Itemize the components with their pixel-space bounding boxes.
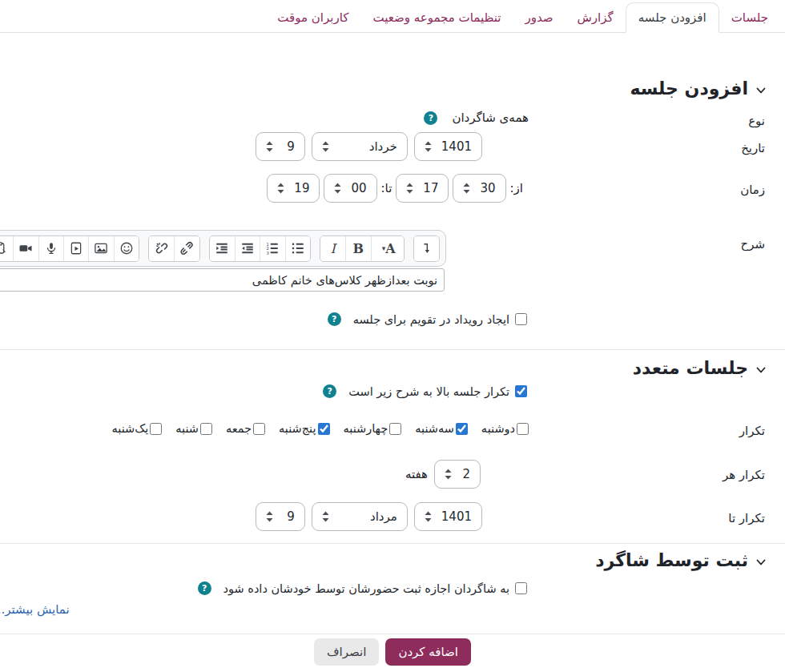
time-to-hour-select[interactable]: 19 <box>267 174 320 203</box>
editor-toolbar: 123 I B ▾ A <box>0 230 446 267</box>
ordered-list-icon[interactable]: 123 <box>260 236 284 261</box>
date-year-select[interactable]: 1401 <box>414 132 482 161</box>
weekday-row: دوشنبه سه‌شنبه چهارشنبه پنج‌شنبه جمعه شن… <box>112 422 529 435</box>
help-icon[interactable]: ? <box>198 581 211 595</box>
collapse-button-group <box>413 235 440 262</box>
outdent-icon[interactable] <box>235 236 260 261</box>
until-day-value: 9 <box>287 509 295 524</box>
repeat-every-unit: هفته <box>405 467 428 481</box>
weekday-tuesday: سه‌شنبه <box>415 422 468 435</box>
type-value: همه‌ی شاگردان <box>452 111 529 125</box>
repeat-until-row: 1401 مرداد 9 <box>256 502 482 531</box>
section-title-add-session: افزودن جلسه <box>630 78 748 99</box>
repeat-every-select[interactable]: 2 <box>434 460 481 489</box>
repeat-session-checkbox[interactable] <box>515 385 527 397</box>
time-label: زمان <box>740 183 765 197</box>
student-self-record-checkbox[interactable] <box>515 582 527 594</box>
weekday-checkbox[interactable] <box>456 423 468 435</box>
weekday-label: شنبه <box>175 422 199 435</box>
unlink-icon[interactable] <box>149 236 174 261</box>
tab-status-set-settings[interactable]: تنظیمات مجموعه وضعیت <box>360 3 513 32</box>
weekday-checkbox[interactable] <box>517 423 529 435</box>
chevron-down-icon <box>755 85 767 96</box>
time-to-minute-select[interactable]: 00 <box>324 174 376 203</box>
time-row: از: 30 17 تا: 00 19 <box>267 174 523 203</box>
repeat-every-row: 2 هفته <box>405 460 481 489</box>
add-button[interactable]: اضافه کردن <box>385 638 471 666</box>
repeat-every-value: 2 <box>462 467 470 481</box>
date-day-select[interactable]: 9 <box>256 132 305 161</box>
italic-button[interactable]: I <box>320 236 345 261</box>
tab-export[interactable]: صدور <box>513 3 565 32</box>
type-label: نوع <box>748 114 765 128</box>
time-from-label: از: <box>510 181 523 195</box>
section-heading-student-recording[interactable]: ثبت توسط شاگرد <box>595 550 767 570</box>
spinner-arrows-icon <box>463 183 470 194</box>
chevron-down-icon <box>755 364 767 376</box>
type-row: همه‌ی شاگردان ? <box>424 111 529 125</box>
microphone-icon[interactable] <box>38 236 63 261</box>
unordered-list-icon[interactable] <box>285 236 310 261</box>
link-button-group <box>148 235 200 262</box>
until-month-select[interactable]: مرداد <box>312 502 408 531</box>
section-title-multiple-sessions: جلسات متعدد <box>633 358 748 378</box>
media-file-icon[interactable] <box>63 236 88 261</box>
weekday-label: جمعه <box>226 422 252 435</box>
date-row: 1401 خرداد 9 <box>256 132 482 161</box>
attendance-add-session-page: جلسات افزودن جلسه گزارش صدور تنظیمات مجم… <box>0 0 785 672</box>
spinner-arrows-icon <box>334 183 341 194</box>
font-style-select-button[interactable]: ▾ A <box>371 236 404 261</box>
help-icon[interactable]: ? <box>323 384 336 398</box>
description-text: نوبت بعدازظهر کلاس‌های خانم کاظمی <box>252 274 437 287</box>
video-camera-icon[interactable] <box>13 236 38 261</box>
tab-add-session[interactable]: افزودن جلسه <box>626 2 719 33</box>
section-heading-add-session[interactable]: افزودن جلسه <box>630 78 767 99</box>
student-self-record-row: به شاگردان اجازه ثبت حضورشان توسط خودشان… <box>198 581 527 595</box>
until-year-select[interactable]: 1401 <box>414 502 482 531</box>
date-month-select[interactable]: خرداد <box>312 132 408 161</box>
weekday-label: چهارشنبه <box>344 422 388 435</box>
time-to-label: تا: <box>381 181 392 195</box>
student-self-record-label: به شاگردان اجازه ثبت حضورشان توسط خودشان… <box>223 582 509 595</box>
tab-report[interactable]: گزارش <box>566 3 626 32</box>
time-to-minute-value: 00 <box>351 181 366 195</box>
help-icon[interactable]: ? <box>424 111 437 125</box>
repeat-label: تکرار <box>739 424 765 438</box>
collapse-toolbar-icon[interactable] <box>414 236 439 261</box>
until-month-value: مرداد <box>370 509 397 524</box>
weekday-checkbox[interactable] <box>200 423 212 435</box>
calendar-event-checkbox[interactable] <box>515 313 527 325</box>
cancel-button[interactable]: انصراف <box>314 638 379 666</box>
link-icon[interactable] <box>174 236 199 261</box>
chevron-down-icon <box>755 557 767 568</box>
until-day-select[interactable]: 9 <box>256 502 305 531</box>
tab-sessions[interactable]: جلسات <box>719 3 780 32</box>
weekday-checkbox[interactable] <box>150 423 162 435</box>
indent-icon[interactable] <box>210 236 235 261</box>
spinner-arrows-icon <box>406 183 413 194</box>
weekday-checkbox[interactable] <box>318 423 330 435</box>
show-more-link[interactable]: نمایش بیشتر... <box>0 602 70 617</box>
section-heading-multiple-sessions[interactable]: جلسات متعدد <box>633 358 767 378</box>
weekday-thursday: پنج‌شنبه <box>279 422 329 435</box>
tab-temporary-users[interactable]: کاربران موقت <box>265 3 360 32</box>
weekday-sunday: یک‌شنبه <box>112 422 163 435</box>
weekday-checkbox[interactable] <box>389 423 401 435</box>
svg-text:3: 3 <box>267 251 269 256</box>
repeat-every-label: تکرار هر <box>723 468 765 482</box>
time-from-minute-select[interactable]: 30 <box>453 174 505 203</box>
bold-button[interactable]: B <box>345 236 370 261</box>
help-icon[interactable]: ? <box>328 312 341 326</box>
media-button-group <box>0 235 139 262</box>
weekday-checkbox[interactable] <box>253 423 265 435</box>
spinner-arrows-icon <box>322 511 329 522</box>
time-from-hour-select[interactable]: 17 <box>396 174 449 203</box>
footer-divider <box>0 634 785 634</box>
image-icon[interactable] <box>88 236 113 261</box>
form-actions: اضافه کردن انصراف <box>0 638 785 666</box>
description-input[interactable]: نوبت بعدازظهر کلاس‌های خانم کاظمی <box>0 268 445 292</box>
emoticon-icon[interactable] <box>114 236 139 261</box>
date-day-value: 9 <box>287 139 295 154</box>
clipboard-icon[interactable] <box>0 236 13 261</box>
description-label: شرح <box>740 237 765 251</box>
